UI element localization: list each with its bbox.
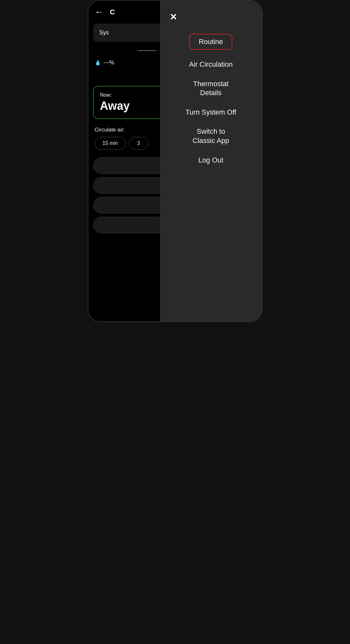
menu-item-routine[interactable]: Routine bbox=[189, 34, 233, 50]
log-out-label: Log Out bbox=[198, 156, 223, 164]
menu-item-thermostat-details[interactable]: ThermostatDetails bbox=[193, 79, 229, 98]
page-title: C bbox=[110, 8, 115, 16]
air-circulation-label: Air Circulation bbox=[189, 60, 233, 68]
menu-item-air-circulation[interactable]: Air Circulation bbox=[189, 60, 233, 69]
menu-item-log-out[interactable]: Log Out bbox=[198, 156, 223, 165]
menu-item-switch-classic[interactable]: Switch toClassic App bbox=[193, 127, 229, 145]
phone-container: ← C Sys 💧 ---% ◂ Now: Away Circulate air… bbox=[88, 0, 263, 322]
system-text: Sys bbox=[99, 29, 109, 36]
humidity-value: ---% bbox=[104, 59, 114, 66]
divider bbox=[138, 50, 157, 51]
turn-system-off-label: Turn System Off bbox=[186, 108, 236, 116]
close-button[interactable]: ✕ bbox=[166, 10, 180, 24]
15min-button[interactable]: 15 min bbox=[95, 137, 126, 150]
back-button[interactable]: ← bbox=[95, 7, 104, 17]
menu-items-list: Routine Air Circulation ThermostatDetail… bbox=[166, 34, 256, 165]
dropdown-menu: ✕ Routine Air Circulation ThermostatDeta… bbox=[160, 1, 262, 321]
humidity-icon: 💧 bbox=[95, 60, 101, 66]
3-button[interactable]: 3 bbox=[129, 137, 148, 150]
switch-classic-label: Switch toClassic App bbox=[193, 127, 229, 145]
thermostat-details-label: ThermostatDetails bbox=[193, 80, 229, 97]
routine-label: Routine bbox=[199, 38, 223, 46]
menu-item-turn-system-off[interactable]: Turn System Off bbox=[186, 108, 236, 117]
close-icon: ✕ bbox=[170, 13, 177, 22]
